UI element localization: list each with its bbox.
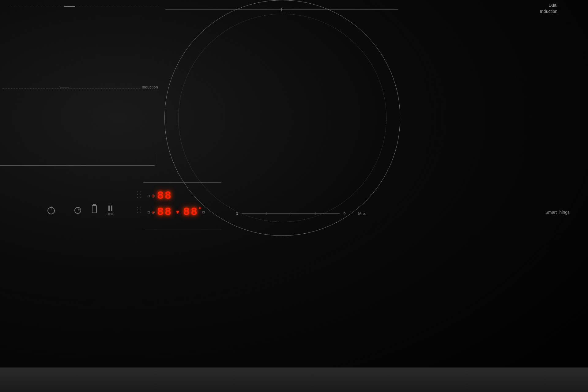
bottom-circle-indicator: [152, 211, 155, 214]
left-burner2-dotted: [2, 88, 140, 89]
power-button[interactable]: [47, 207, 55, 214]
wifi-icon: ▼: [175, 209, 180, 215]
slider-area: 0 9 — Max: [236, 211, 366, 216]
right-display-digits: 88: [183, 207, 198, 218]
slider-max-word: Max: [358, 211, 366, 216]
dual-induction-label: Dual Induction: [540, 2, 557, 14]
left-dots-pattern: [137, 191, 141, 198]
cooktop-surface: Dual Induction Induction: [0, 0, 588, 392]
smartthings-label: SmartThings: [545, 210, 570, 215]
boost-icon: [92, 205, 97, 213]
pause-lock-button[interactable]: (3sec): [107, 205, 114, 215]
left-burner2-dash: [60, 88, 69, 88]
timer-icon: [74, 207, 81, 214]
top-circle-indicator: [152, 194, 155, 198]
slider-max-label: 9: [343, 211, 345, 216]
control-top-line: [143, 182, 221, 183]
left-burner-bottom-line: [0, 165, 155, 166]
slider-min-label: 0: [236, 211, 238, 216]
bottom-display-digits: 88: [157, 207, 172, 218]
control-bottom-line: [143, 230, 221, 230]
top-square-indicator: [148, 195, 150, 197]
slider-track[interactable]: [242, 213, 340, 214]
left-burner-right-line: [155, 153, 155, 166]
top-display-row: 88: [148, 190, 172, 202]
bottom-square-indicator: [148, 211, 150, 213]
right-circle-inner: [178, 14, 386, 222]
bottom-display-row: 88 ▼ 88: [148, 207, 205, 218]
slider-max-text: —: [350, 211, 354, 216]
induction-label: Induction: [142, 85, 158, 89]
left-dots-pattern2: [137, 207, 141, 213]
timer-button[interactable]: [74, 207, 81, 214]
left-burner-top-dash: [64, 6, 75, 7]
top-display-digits: 88: [157, 190, 172, 202]
boost-button[interactable]: [92, 205, 97, 213]
left-burner-top-dotted: [9, 7, 159, 7]
pause-bars: [108, 205, 112, 211]
right-square-indicator: [202, 211, 205, 213]
bottom-strip: [0, 368, 588, 392]
power-icon[interactable]: [47, 207, 55, 214]
lock-label: (3sec): [107, 212, 114, 215]
